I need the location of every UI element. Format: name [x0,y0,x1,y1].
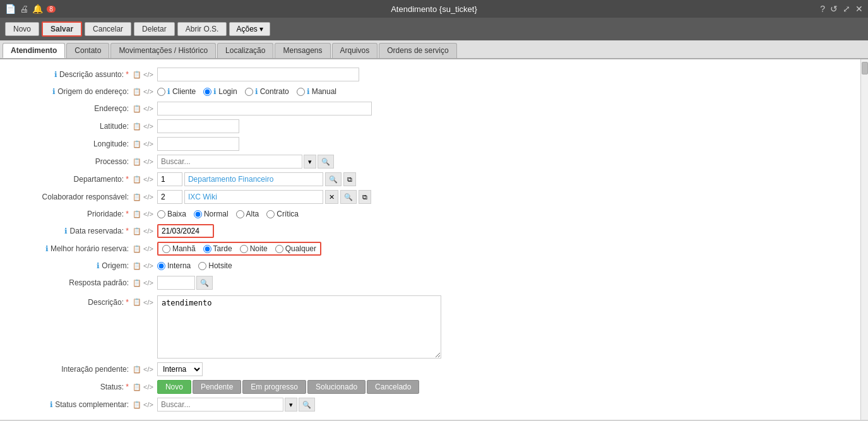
print-icon[interactable]: 🖨 [20,4,28,14]
code-icon-status[interactable]: </> [143,383,153,391]
info-icon-descricao[interactable]: ℹ [54,70,57,79]
copy-icon-status[interactable]: 📋 [133,383,141,391]
code-icon-endereco[interactable]: </> [143,105,153,112]
radio-baixa[interactable]: Baixa [157,210,186,218]
copy-icon-endereco[interactable]: 📋 [133,105,141,113]
copy-icon-interacao[interactable]: 📋 [133,365,141,374]
copy-icon-resposta[interactable]: 📋 [133,279,141,287]
status-novo-btn[interactable]: Novo [157,380,191,394]
copy-icon-processo[interactable]: 📋 [133,158,141,166]
code-icon-prioridade[interactable]: </> [143,210,153,218]
departamento-search-btn[interactable]: 🔍 [325,172,342,186]
radio-cliente[interactable]: ℹCliente [157,87,196,96]
descricao-assunto-input[interactable] [157,68,359,81]
novo-button[interactable]: Novo [5,22,39,36]
code-icon-origem[interactable]: </> [143,88,153,95]
code-icon-longitude[interactable]: </> [143,140,153,148]
history-icon[interactable]: ↺ [830,4,838,14]
tab-arquivos[interactable]: Arquivos [332,43,378,58]
info-icon-horario[interactable]: ℹ [45,244,49,253]
resposta-search-btn[interactable]: 🔍 [196,276,213,290]
radio-critica-input[interactable] [266,210,275,218]
acoes-button[interactable]: Ações ▾ [229,22,270,36]
radio-alta-input[interactable] [236,210,244,218]
tab-atendimento[interactable]: Atendimento [3,43,65,58]
radio-qualquer[interactable]: Qualquer [275,244,316,253]
radio-hotsite-input[interactable] [198,262,206,270]
radio-contrato[interactable]: ℹContrato [245,87,289,96]
info-icon-origem[interactable]: ℹ [52,87,56,96]
info-icon-status-comp[interactable]: ℹ [50,400,53,409]
code-icon-latitude[interactable]: </> [143,122,153,130]
processo-input[interactable] [157,155,302,169]
tab-localizacao[interactable]: Localização [217,43,273,58]
salvar-button[interactable]: Salvar [42,21,82,37]
doc-icon[interactable]: 📄 [5,4,16,14]
colaborador-search-btn[interactable]: 🔍 [340,190,357,204]
radio-manual-input[interactable] [297,88,305,96]
info-icon-origem2[interactable]: ℹ [97,261,100,270]
copy-icon-latitude[interactable]: 📋 [133,122,141,131]
copy-icon-longitude[interactable]: 📋 [133,140,141,148]
code-icon-status-comp[interactable]: </> [143,401,153,408]
latitude-input[interactable] [157,119,239,133]
descricao-textarea[interactable]: atendimento [157,295,441,359]
radio-manual[interactable]: ℹManual [297,87,336,96]
code-icon-descricao[interactable]: </> [143,71,153,78]
tab-contato[interactable]: Contato [66,43,109,58]
code-icon-resposta[interactable]: </> [143,279,153,287]
longitude-input[interactable] [157,137,239,151]
radio-login-input[interactable] [203,88,211,96]
status-comp-search-btn[interactable]: 🔍 [299,398,315,412]
cancelar-button[interactable]: Cancelar [85,22,131,36]
radio-login[interactable]: ℹLogin [203,87,237,96]
code-icon-departamento[interactable]: </> [143,175,153,183]
code-icon-interacao[interactable]: </> [143,365,153,373]
radio-alta[interactable]: Alta [236,210,259,218]
radio-hotsite[interactable]: Hotsite [198,261,232,270]
resposta-input[interactable] [157,276,195,290]
tab-movimentacoes[interactable]: Movimentações / Histórico [110,43,216,58]
copy-icon-departamento[interactable]: 📋 [133,175,141,184]
copy-icon-horario[interactable]: 📋 [133,245,141,253]
processo-search-btn[interactable]: 🔍 [318,155,334,169]
colaborador-name-input[interactable] [184,190,323,204]
copy-icon-descricao[interactable]: 📋 [133,71,141,79]
copy-icon-origem2[interactable]: 📋 [133,262,141,270]
data-reservada-input[interactable] [157,224,214,238]
status-solucionado-btn[interactable]: Solucionado [307,380,366,394]
expand-icon[interactable]: ⤢ [843,4,850,14]
tab-mensagens[interactable]: Mensagens [275,43,330,58]
radio-noite-input[interactable] [240,245,248,253]
status-progresso-btn[interactable]: Em progresso [242,380,306,394]
radio-interna[interactable]: Interna [157,261,191,270]
code-icon-data[interactable]: </> [143,227,153,235]
copy-icon-data[interactable]: 📋 [133,227,141,235]
tab-ordens[interactable]: Ordens de serviço [379,43,456,58]
scrollbar[interactable] [860,59,868,420]
copy-icon-origem[interactable]: 📋 [133,88,141,96]
status-cancelado-btn[interactable]: Cancelado [367,380,419,394]
radio-critica[interactable]: Crítica [266,210,299,218]
copy-icon-colaborador[interactable]: 📋 [133,193,141,201]
radio-normal[interactable]: Normal [194,210,229,218]
departamento-name-input[interactable] [184,172,323,186]
radio-cliente-input[interactable] [157,88,165,96]
radio-manha[interactable]: Manhã [162,244,196,253]
code-icon-processo[interactable]: </> [143,158,153,165]
abrir-os-button[interactable]: Abrir O.S. [177,22,227,36]
close-icon[interactable]: ✕ [855,4,863,14]
departamento-open-btn[interactable]: ⧉ [343,172,356,186]
help-icon[interactable]: ? [820,4,825,14]
processo-dropdown-btn[interactable]: ▾ [304,155,316,169]
copy-icon-status-comp[interactable]: 📋 [133,401,141,409]
radio-interna-input[interactable] [157,262,165,270]
radio-qualquer-input[interactable] [275,245,283,253]
endereco-input[interactable] [157,102,372,116]
status-comp-dropdown-btn[interactable]: ▾ [285,398,297,412]
info-icon-data[interactable]: ℹ [64,227,68,235]
bell-icon[interactable]: 🔔 [32,4,43,14]
status-pendente-btn[interactable]: Pendente [193,380,241,394]
colaborador-id-input[interactable] [157,190,182,204]
code-icon-horario[interactable]: </> [143,245,153,252]
